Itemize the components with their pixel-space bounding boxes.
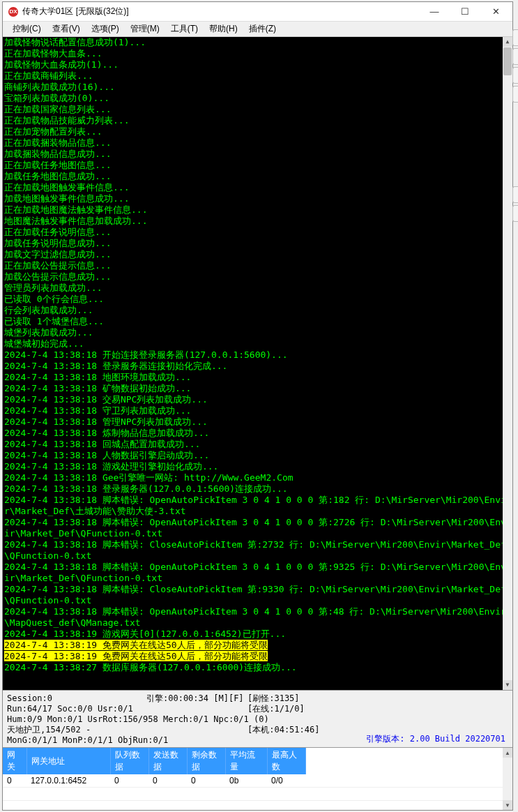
edge-tab[interactable]	[512, 186, 518, 203]
console-log[interactable]: 加载怪物说话配置信息成功(1)... 正在加载怪物大血条... 加载怪物大血条成…	[3, 37, 512, 690]
td-remain: 0	[187, 774, 225, 788]
scroll-up-icon[interactable]: ▲	[503, 37, 512, 47]
minimize-button[interactable]: —	[419, 2, 450, 22]
status-localtime: [本机:04:51:46]	[247, 725, 319, 735]
scroll-down-icon[interactable]: ▼	[503, 680, 512, 690]
status-online: [在线:1/1/0]	[247, 704, 305, 714]
td-send: 0	[148, 774, 187, 788]
menu-plugin[interactable]: 插件(Z)	[243, 22, 282, 36]
th-remain[interactable]: 剩余数据	[187, 748, 225, 774]
status-engine: 引擎:00:00:34 [M][F]	[146, 693, 247, 714]
app-icon: DX	[8, 7, 18, 17]
close-button[interactable]: ✕	[480, 2, 511, 22]
edge-tab[interactable]	[512, 29, 518, 46]
engine-version: 引擎版本: 2.00 Build 20220701	[366, 734, 505, 744]
titlebar[interactable]: DX 传奇大学01区 [无限版(32位)] — ☐ ✕	[3, 2, 512, 22]
th-queue[interactable]: 队列数据	[110, 748, 148, 774]
edge-tab[interactable]	[512, 67, 518, 84]
gateway-table[interactable]: 网关 网关地址 队列数据 发送数据 剩余数据 平均流量 最高人数 0 127.0…	[3, 748, 512, 810]
status-refresh: [刷怪:3135]	[247, 693, 305, 704]
status-session: Session:0	[7, 693, 146, 704]
th-spacer	[305, 748, 512, 774]
edge-tab[interactable]	[512, 86, 518, 103]
menu-control[interactable]: 控制(C)	[7, 22, 47, 36]
td-queue: 0	[110, 774, 148, 788]
main-window: DX 传奇大学01区 [无限版(32位)] — ☐ ✕ 控制(C) 查看(V) …	[2, 1, 513, 811]
edge-tabs	[512, 29, 518, 224]
console-text: 加载怪物说话配置信息成功(1)... 正在加载怪物大血条... 加载怪物大血条成…	[4, 37, 511, 673]
status-hum: Hum:0/9 Mon:0/1 UsrRot:156/958 Merch:0/1…	[7, 714, 508, 725]
td-spacer	[305, 774, 512, 788]
edge-tab[interactable]	[512, 205, 518, 222]
scroll-up-icon[interactable]: ▲	[503, 748, 512, 758]
td-avg: 0b	[225, 774, 267, 788]
td-gateway: 0	[3, 774, 26, 788]
maximize-button[interactable]: ☐	[450, 2, 480, 22]
menu-view[interactable]: 查看(V)	[47, 22, 86, 36]
status-panel: Session:0 Run:64/17 Soc:0/0 Usr:0/1 引擎:0…	[3, 690, 512, 747]
console-scrollbar[interactable]: ▲ ▼	[503, 37, 512, 690]
th-gateway[interactable]: 网关	[3, 748, 26, 774]
th-address[interactable]: 网关地址	[26, 748, 110, 774]
scroll-thumb[interactable]	[503, 47, 512, 75]
scroll-down-icon[interactable]: ▼	[503, 800, 512, 810]
menubar: 控制(C) 查看(V) 选项(P) 管理(M) 工具(T) 帮助(H) 插件(Z…	[3, 22, 512, 37]
td-address: 127.0.0.1:6452	[26, 774, 110, 788]
status-map: 天地护卫,154/502 -	[7, 725, 247, 735]
table-header-row: 网关 网关地址 队列数据 发送数据 剩余数据 平均流量 最高人数	[3, 748, 512, 774]
td-max: 0/0	[267, 774, 305, 788]
th-avg[interactable]: 平均流量	[225, 748, 267, 774]
th-send[interactable]: 发送数据	[148, 748, 187, 774]
menu-manage[interactable]: 管理(M)	[125, 22, 165, 36]
menu-tools[interactable]: 工具(T)	[165, 22, 204, 36]
table-row[interactable]: 0 127.0.0.1:6452 0 0 0 0b 0/0	[3, 774, 512, 788]
menu-help[interactable]: 帮助(H)	[204, 22, 243, 36]
table-row	[3, 801, 512, 811]
table-row	[3, 788, 512, 801]
window-buttons: — ☐ ✕	[419, 2, 511, 22]
status-run: Run:64/17 Soc:0/0 Usr:0/1	[7, 704, 146, 714]
gateway-table-wrap: 网关 网关地址 队列数据 发送数据 剩余数据 平均流量 最高人数 0 127.0…	[3, 747, 512, 810]
th-max[interactable]: 最高人数	[267, 748, 305, 774]
window-title: 传奇大学01区 [无限版(32位)]	[22, 6, 419, 17]
table-scrollbar[interactable]: ▲ ▼	[503, 748, 512, 810]
menu-options[interactable]: 选项(P)	[86, 22, 125, 36]
edge-tab[interactable]	[512, 48, 518, 65]
